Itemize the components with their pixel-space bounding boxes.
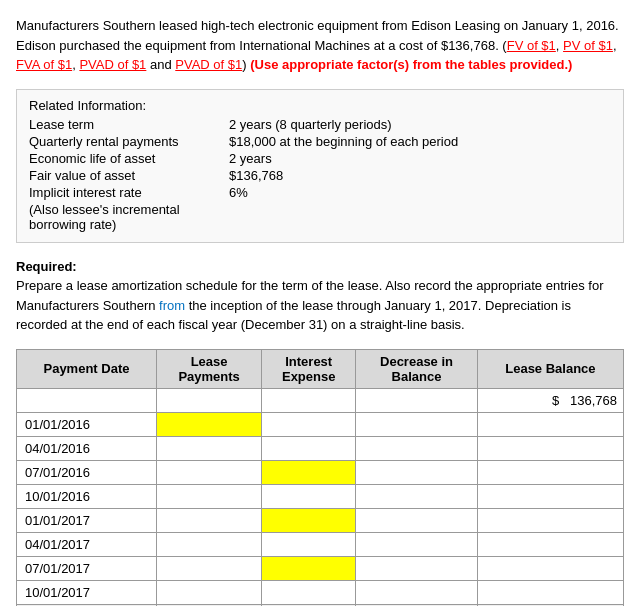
info-value-economic: 2 years bbox=[229, 151, 272, 166]
balance-cell-1[interactable] bbox=[477, 412, 623, 436]
initial-decrease-cell bbox=[356, 388, 478, 412]
lease-cell-6[interactable] bbox=[156, 532, 261, 556]
date-cell-7: 07/01/2017 bbox=[17, 556, 157, 580]
initial-balance-row: $ 136,768 bbox=[17, 388, 624, 412]
info-row-lease-term: Lease term 2 years (8 quarterly periods) bbox=[29, 117, 611, 132]
info-label-lessee: (Also lessee's incremental borrowing rat… bbox=[29, 202, 229, 232]
decrease-cell-5[interactable] bbox=[356, 508, 478, 532]
info-row-lessee: (Also lessee's incremental borrowing rat… bbox=[29, 202, 611, 232]
decrease-cell-1[interactable] bbox=[356, 412, 478, 436]
decrease-cell-4[interactable] bbox=[356, 484, 478, 508]
initial-interest-cell bbox=[262, 388, 356, 412]
info-row-interest: Implicit interest rate 6% bbox=[29, 185, 611, 200]
blue-text-from: from bbox=[159, 298, 185, 313]
interest-cell-3[interactable] bbox=[262, 460, 356, 484]
link-pvad[interactable]: PVAD of $1 bbox=[79, 57, 146, 72]
col-header-decrease-in-balance: Decrease inBalance bbox=[356, 349, 478, 388]
info-value-quarterly: $18,000 at the beginning of each period bbox=[229, 134, 458, 149]
interest-cell-7[interactable] bbox=[262, 556, 356, 580]
table-row: 01/01/2016 bbox=[17, 412, 624, 436]
info-value-interest: 6% bbox=[229, 185, 248, 200]
interest-cell-6[interactable] bbox=[262, 532, 356, 556]
info-label-fair-value: Fair value of asset bbox=[29, 168, 229, 183]
info-value-fair-value: $136,768 bbox=[229, 168, 283, 183]
initial-date-cell bbox=[17, 388, 157, 412]
initial-balance-cell: $ 136,768 bbox=[477, 388, 623, 412]
col-header-payment-date: Payment Date bbox=[17, 349, 157, 388]
intro-paragraph: Manufacturers Southern leased high-tech … bbox=[16, 16, 624, 75]
table-row: 07/01/2017 bbox=[17, 556, 624, 580]
info-box: Related Information: Lease term 2 years … bbox=[16, 89, 624, 243]
table-row: 07/01/2016 bbox=[17, 460, 624, 484]
date-cell-6: 04/01/2017 bbox=[17, 532, 157, 556]
info-row-quarterly: Quarterly rental payments $18,000 at the… bbox=[29, 134, 611, 149]
interest-cell-1[interactable] bbox=[262, 412, 356, 436]
balance-cell-7[interactable] bbox=[477, 556, 623, 580]
link-pvad2[interactable]: PVAD of $1 bbox=[175, 57, 242, 72]
link-pv[interactable]: PV of $1 bbox=[563, 38, 613, 53]
balance-cell-2[interactable] bbox=[477, 436, 623, 460]
lease-cell-3[interactable] bbox=[156, 460, 261, 484]
lease-cell-2[interactable] bbox=[156, 436, 261, 460]
date-cell-5: 01/01/2017 bbox=[17, 508, 157, 532]
info-value-lease-term: 2 years (8 quarterly periods) bbox=[229, 117, 392, 132]
balance-cell-4[interactable] bbox=[477, 484, 623, 508]
balance-cell-3[interactable] bbox=[477, 460, 623, 484]
use-factors-note: (Use appropriate factor(s) from the tabl… bbox=[250, 57, 572, 72]
date-cell-1: 01/01/2016 bbox=[17, 412, 157, 436]
interest-cell-4[interactable] bbox=[262, 484, 356, 508]
required-label: Required: bbox=[16, 259, 77, 274]
interest-cell-5[interactable] bbox=[262, 508, 356, 532]
link-fv[interactable]: FV of $1 bbox=[507, 38, 556, 53]
lease-cell-5[interactable] bbox=[156, 508, 261, 532]
amortization-table: Payment Date LeasePayments InterestExpen… bbox=[16, 349, 624, 607]
info-row-economic: Economic life of asset 2 years bbox=[29, 151, 611, 166]
balance-cell-5[interactable] bbox=[477, 508, 623, 532]
info-label-lease-term: Lease term bbox=[29, 117, 229, 132]
date-cell-8: 10/01/2017 bbox=[17, 580, 157, 604]
date-cell-3: 07/01/2016 bbox=[17, 460, 157, 484]
dollar-sign: $ bbox=[552, 393, 559, 408]
table-row: 04/01/2017 bbox=[17, 532, 624, 556]
lease-cell-4[interactable] bbox=[156, 484, 261, 508]
lease-cell-1[interactable] bbox=[156, 412, 261, 436]
balance-cell-6[interactable] bbox=[477, 532, 623, 556]
table-row: 10/01/2016 bbox=[17, 484, 624, 508]
link-fva[interactable]: FVA of $1 bbox=[16, 57, 72, 72]
lease-cell-8[interactable] bbox=[156, 580, 261, 604]
info-label-interest: Implicit interest rate bbox=[29, 185, 229, 200]
table-row: 10/01/2017 bbox=[17, 580, 624, 604]
table-row: 04/01/2016 bbox=[17, 436, 624, 460]
col-header-lease-payments: LeasePayments bbox=[156, 349, 261, 388]
decrease-cell-3[interactable] bbox=[356, 460, 478, 484]
lease-cell-7[interactable] bbox=[156, 556, 261, 580]
interest-cell-8[interactable] bbox=[262, 580, 356, 604]
required-section: Required: Prepare a lease amortization s… bbox=[16, 257, 624, 335]
info-title: Related Information: bbox=[29, 98, 611, 113]
initial-lease-cell bbox=[156, 388, 261, 412]
interest-cell-2[interactable] bbox=[262, 436, 356, 460]
col-header-interest-expense: InterestExpense bbox=[262, 349, 356, 388]
date-cell-4: 10/01/2016 bbox=[17, 484, 157, 508]
col-header-lease-balance: Lease Balance bbox=[477, 349, 623, 388]
decrease-cell-2[interactable] bbox=[356, 436, 478, 460]
decrease-cell-6[interactable] bbox=[356, 532, 478, 556]
table-row: 01/01/2017 bbox=[17, 508, 624, 532]
info-label-economic: Economic life of asset bbox=[29, 151, 229, 166]
balance-cell-8[interactable] bbox=[477, 580, 623, 604]
info-row-fair-value: Fair value of asset $136,768 bbox=[29, 168, 611, 183]
decrease-cell-7[interactable] bbox=[356, 556, 478, 580]
info-label-quarterly: Quarterly rental payments bbox=[29, 134, 229, 149]
date-cell-2: 04/01/2016 bbox=[17, 436, 157, 460]
decrease-cell-8[interactable] bbox=[356, 580, 478, 604]
